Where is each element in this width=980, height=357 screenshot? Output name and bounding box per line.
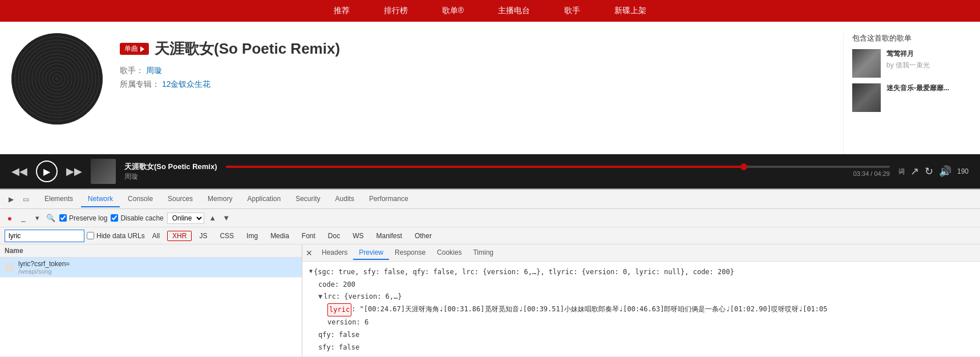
network-row-0[interactable]: lyric?csrf_token= /weapi/song <box>0 258 302 278</box>
json-qfy-line: qfy: false <box>309 329 973 342</box>
preview-content: ▼ {sgc: true, sfy: false, qfy: false, lr… <box>302 262 980 356</box>
playlist-item-1[interactable]: 迷失音乐-最爱靡靡... <box>852 83 969 112</box>
json-lrc-text: lrc: {version: 6,…} <box>323 291 402 303</box>
progress-bar[interactable] <box>226 166 890 168</box>
badge-text: 单曲 <box>124 44 138 54</box>
json-qfy-text: qfy: false <box>318 329 359 342</box>
loop-button[interactable]: ↻ <box>925 165 933 178</box>
lyrics-button[interactable]: 词 <box>898 167 905 176</box>
tab-network[interactable]: Network <box>81 191 120 207</box>
filter-all[interactable]: All <box>147 231 165 241</box>
device-icon[interactable]: ▭ <box>19 193 32 206</box>
share-button[interactable]: ↗ <box>910 165 919 178</box>
preserve-log-checkbox[interactable] <box>59 214 67 222</box>
network-file-name: lyric?csrf_token= <box>18 260 70 268</box>
tab-memory[interactable]: Memory <box>201 191 239 207</box>
current-time: 03:34 <box>853 170 869 177</box>
tab-sources[interactable]: Sources <box>161 191 200 207</box>
tab-elements[interactable]: Elements <box>38 191 80 207</box>
nav-item-zhibo[interactable]: 主播电台 <box>498 6 530 16</box>
hide-data-urls-checkbox[interactable] <box>87 232 94 239</box>
expand-lrc-icon[interactable]: ▼ <box>318 291 322 303</box>
preserve-log-label[interactable]: Preserve log <box>59 214 107 222</box>
time-display: 03:34 / 04:29 <box>226 170 890 177</box>
preview-tab-timing[interactable]: Timing <box>467 246 499 260</box>
nav-item-tuijian[interactable]: 推荐 <box>334 6 350 16</box>
filter-icon[interactable]: ▾ <box>32 213 42 223</box>
tab-console[interactable]: Console <box>121 191 160 207</box>
filter-doc[interactable]: Doc <box>323 231 345 241</box>
close-preview-button[interactable]: ✕ <box>306 248 313 258</box>
hide-data-urls-text: Hide data URLs <box>96 232 145 240</box>
sidebar-title: 包含这首歌的歌单 <box>852 33 969 43</box>
prev-button[interactable]: ◀◀ <box>11 165 27 178</box>
album-link[interactable]: 12金钗众生花 <box>162 79 211 89</box>
filter-bar: Hide data URLs All XHR JS CSS Img Media … <box>0 227 980 244</box>
filter-font[interactable]: Font <box>297 231 321 241</box>
hide-data-urls-label[interactable]: Hide data URLs <box>87 232 145 240</box>
search-network-button[interactable]: 🔍 <box>46 213 56 223</box>
throttle-select[interactable]: Online <box>167 212 204 224</box>
filter-other[interactable]: Other <box>410 231 437 241</box>
album-art <box>11 33 103 125</box>
volume-icon[interactable]: 🔊 <box>939 165 951 178</box>
json-lrc-line: ▼ lrc: {version: 6,…} <box>309 291 973 303</box>
disable-cache-text: Disable cache <box>120 214 163 222</box>
preview-tab-preview[interactable]: Preview <box>353 246 389 260</box>
disable-cache-checkbox[interactable] <box>111 214 118 222</box>
progress-fill <box>226 166 744 168</box>
network-toolbar: ● ⎯ ▾ 🔍 Preserve log Disable cache Onlin… <box>0 209 980 227</box>
nav-bar: 推荐 排行榜 歌单® 主播电台 歌手 新碟上架 <box>0 0 980 22</box>
filter-img[interactable]: Img <box>241 231 263 241</box>
playlist-info-0: 莺莺祥月 by 借我一束光 <box>886 49 930 78</box>
filter-manifest[interactable]: Manifest <box>371 231 407 241</box>
playlist-thumb-inner-0 <box>852 49 881 78</box>
json-code-text: code: 200 <box>318 279 355 291</box>
preview-panel: ✕ Headers Preview Response Cookies Timin… <box>302 244 980 356</box>
lyric-key-highlight: lyric <box>327 303 351 317</box>
tab-security[interactable]: Security <box>289 191 327 207</box>
preview-tab-headers[interactable]: Headers <box>316 246 353 260</box>
tab-performance[interactable]: Performance <box>362 191 415 207</box>
preview-tab-response[interactable]: Response <box>389 246 431 260</box>
progress-knob[interactable] <box>740 163 747 170</box>
nav-item-gedan[interactable]: 歌单® <box>442 6 464 16</box>
filter-css[interactable]: CSS <box>214 231 239 241</box>
play-button[interactable]: ▶ <box>36 161 58 182</box>
artist-label: 歌手： <box>120 66 144 75</box>
volume-number: 190 <box>957 167 969 175</box>
tab-application[interactable]: Application <box>240 191 287 207</box>
song-page: 单曲 天涯歌女(So Poetic Remix) 歌手： 周璇 所属专辑： 12… <box>0 22 980 154</box>
player-right-controls: 词 ↗ ↻ 🔊 190 <box>898 165 969 178</box>
tab-audits[interactable]: Audits <box>329 191 361 207</box>
playlist-name-0: 莺莺祥月 <box>886 49 930 59</box>
player-controls: ◀◀ ▶ ▶▶ <box>11 161 82 182</box>
download-button[interactable]: ▼ <box>221 213 232 223</box>
filter-xhr[interactable]: XHR <box>167 231 192 241</box>
filter-input[interactable] <box>5 230 84 242</box>
nav-item-xindie[interactable]: 新碟上架 <box>614 6 646 16</box>
filter-media[interactable]: Media <box>265 231 294 241</box>
json-sgc-text: sgc: true <box>318 354 355 356</box>
preview-tab-cookies[interactable]: Cookies <box>431 246 467 260</box>
disable-cache-label[interactable]: Disable cache <box>111 214 163 222</box>
preview-tabs: ✕ Headers Preview Response Cookies Timin… <box>302 244 980 262</box>
nav-item-geshou[interactable]: 歌手 <box>564 6 580 16</box>
playlist-item-0[interactable]: 莺莺祥月 by 借我一束光 <box>852 49 969 78</box>
record-button[interactable]: ● <box>5 213 15 223</box>
next-button[interactable]: ▶▶ <box>66 165 82 178</box>
website-area: 推荐 排行榜 歌单® 主播电台 歌手 新碟上架 单曲 天涯歌女(So Poeti… <box>0 0 980 154</box>
filter-ws[interactable]: WS <box>347 231 368 241</box>
upload-button[interactable]: ▲ <box>208 213 218 223</box>
json-sgc-line: sgc: true <box>309 354 973 356</box>
nav-item-paihang[interactable]: 排行榜 <box>384 6 408 16</box>
preserve-log-text: Preserve log <box>69 214 107 222</box>
clear-button[interactable]: ⎯ <box>18 213 29 223</box>
inspect-icon[interactable]: ▶ <box>5 193 17 206</box>
filter-js[interactable]: JS <box>194 231 212 241</box>
expand-root-icon[interactable]: ▼ <box>309 266 313 276</box>
artist-link[interactable]: 周璇 <box>146 66 162 75</box>
player-bar: ◀◀ ▶ ▶▶ 天涯歌女(So Poetic Remix) 周璇 03:34 /… <box>0 154 980 188</box>
lyric-value-text: : "[00:24.67]天涯呀海角♩[00:31.86]觅呀觅知音♩[00:3… <box>351 303 827 316</box>
json-code-line: code: 200 <box>309 279 973 291</box>
